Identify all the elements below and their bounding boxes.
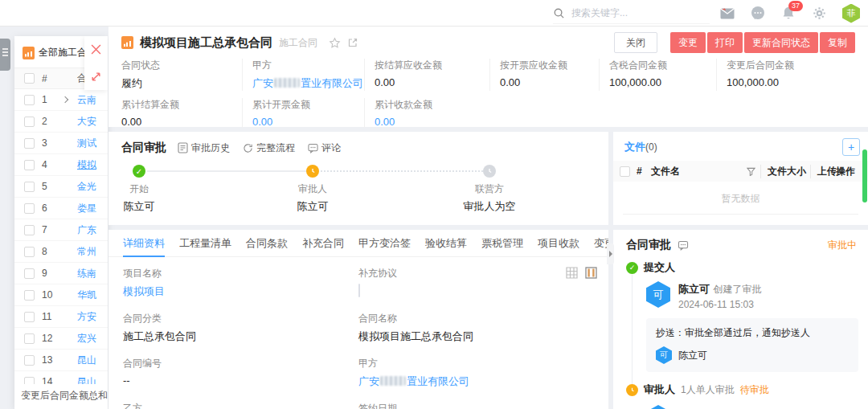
close-panel-button[interactable] xyxy=(84,36,108,63)
table-row[interactable]: 9 练南 xyxy=(14,263,108,284)
tab-acceptance[interactable]: 验收结算 xyxy=(425,230,467,257)
grid-view-icon[interactable] xyxy=(566,267,578,279)
flow-section-title: 合同审批 xyxy=(121,141,166,155)
files-count: (0) xyxy=(645,141,657,153)
supplement-checkbox[interactable] xyxy=(358,284,360,297)
tab-receipt[interactable]: 项目收款 xyxy=(538,230,579,257)
tab-partya-change[interactable]: 甲方变洽签 xyxy=(358,230,411,257)
favorite-star-icon[interactable] xyxy=(329,37,341,49)
pending-clock-icon xyxy=(626,384,638,396)
row-checkbox[interactable] xyxy=(24,268,35,279)
table-row[interactable]: 10 华凯 xyxy=(14,284,108,306)
row-checkbox[interactable] xyxy=(24,247,35,257)
contract-link[interactable]: 模拟 xyxy=(77,158,96,172)
contract-link[interactable]: 测试 xyxy=(77,137,96,150)
project-link[interactable]: 模拟项目 xyxy=(123,285,165,297)
user-avatar[interactable]: 菲 xyxy=(842,4,860,23)
files-card: 文件 (0) + # 文件名 文件大小 上传人 操作 暂无数据 xyxy=(613,132,868,225)
tab-boq[interactable]: 工程量清单 xyxy=(179,230,231,257)
notification-badge: 37 xyxy=(788,1,803,11)
contract-list-panel: 全部施工合同 # 合同 1 云南 2 大安 xyxy=(14,36,108,409)
field-sign-date: 签约日期 2024年06月11日 xyxy=(358,402,594,409)
tab-detail[interactable]: 详细资料 xyxy=(123,230,165,257)
settings-gear-icon[interactable] xyxy=(812,6,826,21)
table-row-active[interactable]: 4 模拟 xyxy=(14,154,108,176)
print-button[interactable]: 打印 xyxy=(707,32,743,53)
summary-row-2: 累计结算金额 0.00 累计开票金额 0.00 累计收款金额 0.00 xyxy=(108,98,868,128)
notification-bell-icon[interactable]: 37 xyxy=(781,6,796,21)
field-contract-category: 合同分类 施工总承包合同 xyxy=(123,312,358,344)
collapse-panel-handle[interactable] xyxy=(607,243,614,264)
contract-link[interactable]: 练南 xyxy=(77,267,96,280)
contract-link[interactable]: 广东 xyxy=(77,223,96,237)
expand-panel-button[interactable] xyxy=(84,63,108,91)
expand-row-icon[interactable] xyxy=(62,96,68,103)
approval-status-badge: 审批中 xyxy=(828,239,857,252)
field-contract-no: 合同编号 -- xyxy=(123,357,358,389)
table-row[interactable]: 3 测试 xyxy=(14,133,108,154)
comment-link[interactable]: 评论 xyxy=(308,141,341,155)
row-checkbox[interactable] xyxy=(24,160,35,170)
row-checkbox[interactable] xyxy=(24,355,35,366)
drawer-toggle-handle[interactable] xyxy=(0,39,10,71)
mail-icon[interactable] xyxy=(720,6,735,21)
approval-history-link[interactable]: 审批历史 xyxy=(178,141,230,155)
field-contract-amount: 含税合同金额 100,000.00 xyxy=(599,59,716,91)
table-row[interactable]: 2 大安 xyxy=(14,111,108,133)
filter-funnel-icon[interactable] xyxy=(747,167,755,176)
contract-link[interactable]: 宏兴 xyxy=(77,332,96,346)
index-column-header: # xyxy=(42,73,63,84)
redacted-text xyxy=(380,376,406,386)
contract-link[interactable]: 大安 xyxy=(77,115,96,129)
copy-button[interactable]: 复制 xyxy=(820,32,855,53)
contract-type-label: 施工合同 xyxy=(279,36,317,50)
update-status-button[interactable]: 更新合同状态 xyxy=(744,32,818,53)
contract-link[interactable]: 方安 xyxy=(77,310,96,324)
global-search[interactable] xyxy=(553,2,710,24)
row-checkbox[interactable] xyxy=(24,117,35,127)
contract-link[interactable]: 云南 xyxy=(77,93,96,107)
comment-bubble-icon[interactable] xyxy=(678,240,689,251)
contract-link[interactable]: 华凯 xyxy=(77,288,96,302)
row-checkbox[interactable] xyxy=(24,182,35,192)
scrollbar-thumb[interactable] xyxy=(862,149,867,202)
table-row[interactable]: 1 云南 xyxy=(14,89,108,111)
row-checkbox[interactable] xyxy=(24,333,35,344)
row-checkbox[interactable] xyxy=(24,290,35,301)
process-cycle-icon xyxy=(243,143,253,153)
table-row[interactable]: 12 宏兴 xyxy=(14,328,108,350)
contract-link[interactable]: 常州 xyxy=(77,245,96,259)
row-checkbox[interactable] xyxy=(24,95,35,105)
chat-icon[interactable] xyxy=(751,6,765,21)
row-checkbox[interactable] xyxy=(24,225,35,235)
field-party-a: 甲方 广安置业有限公司 xyxy=(242,59,364,91)
files-select-all-checkbox[interactable] xyxy=(620,166,630,177)
row-checkbox[interactable] xyxy=(24,138,35,149)
row-checkbox[interactable] xyxy=(24,312,35,322)
total-invoice-link[interactable]: 0.00 xyxy=(252,116,272,128)
tab-tax[interactable]: 票税管理 xyxy=(481,230,523,257)
table-row[interactable]: 8 常州 xyxy=(14,241,108,263)
change-button[interactable]: 变更 xyxy=(670,32,706,53)
table-row[interactable]: 13 昆山 xyxy=(14,350,108,371)
full-process-link[interactable]: 完整流程 xyxy=(243,141,295,155)
approval-panel: 合同审批 审批中 ✓ 提交人 可 陈立可 创建了审批 xyxy=(613,230,868,409)
tab-supplement[interactable]: 补充合同 xyxy=(302,230,344,257)
open-external-icon[interactable] xyxy=(347,37,358,48)
close-button[interactable]: 关闭 xyxy=(614,32,657,53)
row-checkbox[interactable] xyxy=(24,203,35,214)
field-contract-name: 合同名称 模拟项目施工总承包合同 xyxy=(358,312,594,344)
select-all-checkbox[interactable] xyxy=(24,73,35,84)
tab-terms[interactable]: 合同条款 xyxy=(246,230,288,257)
contract-link[interactable]: 昆山 xyxy=(77,354,96,367)
total-received-link[interactable]: 0.00 xyxy=(375,116,395,128)
table-row[interactable]: 7 广东 xyxy=(14,219,108,241)
field-changed-amount: 变更后合同金额 100,000.00 xyxy=(716,59,868,91)
party-a-link[interactable]: 广安置业有限公司 xyxy=(358,375,469,387)
party-a-link[interactable]: 广安置业有限公司 xyxy=(252,77,363,89)
add-file-button[interactable]: + xyxy=(842,138,860,156)
approval-timeline: ✓ 提交人 可 陈立可 创建了审批 2024-06-11 15:03 抄送：审批… xyxy=(613,256,868,409)
table-row[interactable]: 11 方安 xyxy=(14,306,108,328)
search-input[interactable] xyxy=(571,7,684,18)
column-view-icon[interactable] xyxy=(585,267,597,279)
